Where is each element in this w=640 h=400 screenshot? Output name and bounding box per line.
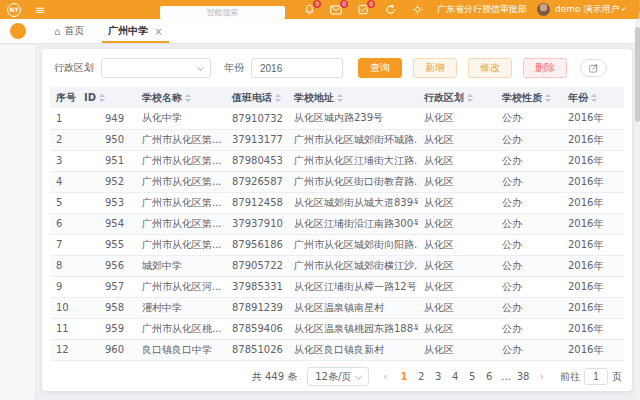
tab-active-label: 广州中学: [108, 24, 148, 38]
tab-guangzhou-school[interactable]: 广州中学 ×: [96, 19, 174, 43]
content-panel: 行政区划 年份 查询 新增 修改 删除 序号ID学校名称值班电话学校地址行政区划…: [42, 49, 632, 391]
user-name[interactable]: demo 演示用户: [555, 3, 619, 16]
page-button[interactable]: 2: [413, 368, 430, 386]
table-cell: 87926587: [226, 171, 288, 192]
next-page-button[interactable]: ›: [537, 370, 547, 383]
tasks-icon[interactable]: 0: [357, 4, 369, 16]
table-row[interactable]: 12960良口镇良口中学87851026从化区良口镇良新村从化区公办2016年: [50, 339, 624, 360]
user-menu-chevron-icon[interactable]: [622, 7, 626, 11]
department-name: 广东省分行授信审批部: [437, 3, 527, 16]
quick-menu-button[interactable]: [10, 23, 26, 39]
user-avatar[interactable]: [537, 3, 550, 16]
table-cell: 2016年: [562, 129, 624, 150]
table-cell: 37937910: [226, 213, 288, 234]
table-cell: 广州市从化区江埔街大江路...: [288, 150, 418, 171]
page-button[interactable]: 6: [481, 368, 498, 386]
global-search: [160, 0, 285, 19]
table-row[interactable]: 3951广州市从化区第...87980453广州市从化区江埔街大江路...从化区…: [50, 150, 624, 171]
table-row[interactable]: 10958灌村中学87891239从化区温泉镇南星村从化区公办2016年: [50, 297, 624, 318]
page-button[interactable]: 4: [447, 368, 464, 386]
column-header[interactable]: 年份: [562, 87, 624, 108]
schools-table: 序号ID学校名称值班电话学校地址行政区划学校性质年份 1949从化中学87910…: [50, 87, 624, 361]
prev-page-button[interactable]: ‹: [380, 370, 390, 383]
sort-icon[interactable]: [185, 94, 191, 102]
column-header[interactable]: 学校名称: [136, 87, 226, 108]
messages-mail-icon[interactable]: 0: [330, 4, 342, 16]
column-header-label: 行政区划: [424, 92, 464, 103]
table-cell: 2016年: [562, 192, 624, 213]
column-header[interactable]: 学校地址: [288, 87, 418, 108]
page-button[interactable]: 5: [464, 368, 481, 386]
table-cell: 公办: [496, 171, 562, 192]
page-button[interactable]: 38: [515, 368, 532, 386]
tab-home[interactable]: ⌂ 首页: [42, 19, 96, 43]
table-cell: 2016年: [562, 108, 624, 129]
table-cell: 960: [78, 339, 136, 360]
table-cell: 87912458: [226, 192, 288, 213]
table-cell: 从化区: [418, 213, 496, 234]
notification-badge: 0: [313, 0, 321, 8]
table-cell: 955: [78, 234, 136, 255]
column-header-label: 学校名称: [142, 92, 182, 103]
sort-icon[interactable]: [545, 94, 551, 102]
export-button[interactable]: [580, 59, 607, 77]
page-button[interactable]: 3: [430, 368, 447, 386]
table-row[interactable]: 8956城郊中学87905722广州市从化区城郊街横江沙...从化区公办2016…: [50, 255, 624, 276]
sort-icon[interactable]: [337, 94, 343, 102]
table-cell: 广州市从化区第...: [136, 171, 226, 192]
sort-icon[interactable]: [467, 94, 473, 102]
app-logo: NT: [7, 3, 21, 17]
table-row[interactable]: 9957广州市从化区河...37985331从化区江埔街从樟一路12号从化区公办…: [50, 276, 624, 297]
table-cell: 公办: [496, 213, 562, 234]
region-select[interactable]: [101, 58, 211, 78]
table-row[interactable]: 2950广州市从化区第...37913177广州市从化区城郊街环城路...从化区…: [50, 129, 624, 150]
table-row[interactable]: 5953广州市从化区第...87912458从化区城郊街从城大道839号从化区公…: [50, 192, 624, 213]
table-cell: 广州市从化区街口街教育路...: [288, 171, 418, 192]
delete-button[interactable]: 删除: [523, 58, 567, 78]
window-scrollbar[interactable]: [635, 19, 640, 400]
column-header[interactable]: ID: [78, 87, 136, 108]
table-row[interactable]: 1949从化中学87910732从化区城内路239号从化区公办2016年: [50, 108, 624, 129]
table-cell: 公办: [496, 108, 562, 129]
table-row[interactable]: 7955广州市从化区第...87956186广州市从化区城郊街向阳路...从化区…: [50, 234, 624, 255]
sort-icon[interactable]: [275, 94, 281, 102]
hamburger-menu-icon[interactable]: ≡: [35, 4, 45, 16]
table-cell: 2016年: [562, 297, 624, 318]
table-cell: 10: [50, 297, 78, 318]
notification-bell-icon[interactable]: 0: [303, 4, 315, 16]
tab-close-icon[interactable]: ×: [154, 26, 162, 37]
goto-page-input[interactable]: [584, 368, 608, 385]
table-cell: 37985331: [226, 276, 288, 297]
pagination: 共 449 条 12条/页 ‹ 123456...38 › 前往 页: [252, 367, 622, 386]
table-cell: 87910732: [226, 108, 288, 129]
search-input[interactable]: [160, 6, 285, 19]
column-header[interactable]: 行政区划: [418, 87, 496, 108]
table-cell: 953: [78, 192, 136, 213]
add-button[interactable]: 新增: [413, 58, 457, 78]
home-icon: ⌂: [54, 26, 60, 37]
query-button[interactable]: 查询: [358, 58, 402, 78]
column-header-label: 学校地址: [294, 92, 334, 103]
table-cell: 广州市从化区第...: [136, 129, 226, 150]
column-header[interactable]: 学校性质: [496, 87, 562, 108]
table-row[interactable]: 4952广州市从化区第...87926587广州市从化区街口街教育路...从化区…: [50, 171, 624, 192]
column-header-label: 值班电话: [232, 92, 272, 103]
table-cell: 9: [50, 276, 78, 297]
sort-icon[interactable]: [99, 94, 105, 102]
page-size-select[interactable]: 12条/页: [307, 367, 369, 386]
column-header[interactable]: 值班电话: [226, 87, 288, 108]
year-input[interactable]: [251, 58, 343, 78]
table-cell: 87859406: [226, 318, 288, 339]
table-cell: 37913177: [226, 129, 288, 150]
scrollbar-thumb[interactable]: [635, 27, 640, 122]
edit-button[interactable]: 修改: [468, 58, 512, 78]
table-row[interactable]: 11959广州市从化区桃...87859406从化区温泉镇桃园东路188号从化区…: [50, 318, 624, 339]
fullscreen-target-icon[interactable]: [411, 4, 423, 16]
sort-icon[interactable]: [591, 94, 597, 102]
table-row[interactable]: 6954广州市从化区第...37937910从化区江埔街沿江南路300号从化区公…: [50, 213, 624, 234]
table-cell: 87905722: [226, 255, 288, 276]
table-cell: 广州市从化区河...: [136, 276, 226, 297]
refresh-icon[interactable]: [384, 4, 396, 16]
messages-badge: 0: [340, 0, 348, 8]
page-button[interactable]: 1: [396, 368, 413, 386]
